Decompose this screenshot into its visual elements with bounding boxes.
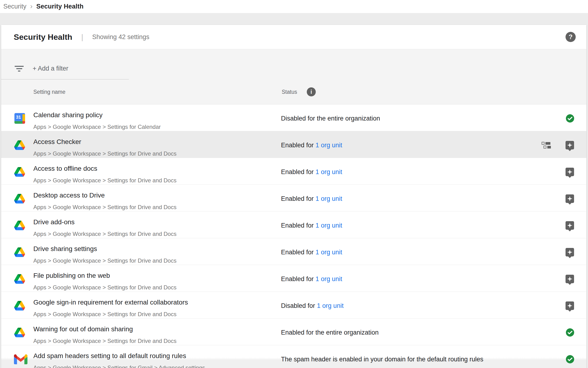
- table-header: Setting name Status i: [1, 80, 586, 104]
- info-icon[interactable]: i: [307, 87, 316, 96]
- table-row[interactable]: 31 Access Checker Apps > Google Workspac…: [1, 131, 586, 158]
- setting-path: Apps > Google Workspace > Settings for G…: [33, 364, 586, 368]
- status-text: Disabled for the entire organization: [281, 115, 380, 122]
- sparkle-icon: [567, 196, 572, 201]
- google-drive-icon: [14, 248, 25, 257]
- google-drive-icon: [14, 167, 25, 177]
- recommendation-badge-icon[interactable]: [566, 168, 574, 176]
- setting-path: Apps > Google Workspace > Settings for D…: [33, 311, 586, 318]
- setting-path: Apps > Google Workspace > Settings for D…: [33, 257, 586, 264]
- add-filter-button[interactable]: + Add a filter: [33, 65, 68, 72]
- setting-path: Apps > Google Workspace > Settings for D…: [33, 150, 586, 157]
- status-text: The spam header is enabled in your domai…: [281, 356, 483, 363]
- table-row[interactable]: 31 Access to offline docs Apps > Google …: [1, 158, 586, 185]
- breadcrumb: Security › Security Health: [0, 0, 588, 13]
- sparkle-icon: [567, 223, 572, 228]
- status-cell: Enabled for1 org unit: [281, 275, 342, 283]
- status-text: Enabled for: [281, 195, 314, 202]
- table-row[interactable]: 31 Drive add-ons Apps > Google Workspace…: [1, 212, 586, 238]
- status-text: Enabled for: [281, 276, 314, 283]
- org-unit-level-icon: [542, 142, 551, 148]
- status-cell: Enabled for1 org unit: [281, 195, 342, 203]
- google-calendar-icon: 31: [14, 113, 25, 124]
- chevron-right-icon: ›: [30, 2, 33, 10]
- status-text: Enabled for: [281, 142, 314, 149]
- recommendation-badge-icon[interactable]: [566, 141, 574, 149]
- status-cell: Enabled for1 org unit: [281, 248, 342, 256]
- recommendation-badge-icon[interactable]: [566, 302, 574, 310]
- status-text: Enabled for the entire organization: [281, 329, 379, 336]
- setting-path: Apps > Google Workspace > Settings for D…: [33, 284, 586, 291]
- page-title: Security Health: [14, 32, 72, 42]
- status-cell: Enabled for1 org unit: [281, 168, 342, 176]
- status-text: Disabled for: [281, 302, 315, 309]
- column-status: Status: [282, 89, 297, 95]
- column-setting-name: Setting name: [33, 89, 66, 95]
- recommendation-badge-icon[interactable]: [566, 221, 574, 230]
- breadcrumb-security-health: Security Health: [36, 3, 84, 10]
- sparkle-icon: [567, 169, 572, 175]
- gmail-icon: [14, 354, 27, 364]
- org-unit-link[interactable]: 1 org unit: [316, 222, 342, 229]
- table-row[interactable]: 31 Add spam headers setting to all defau…: [1, 345, 586, 368]
- filter-list-icon[interactable]: [15, 65, 24, 72]
- org-unit-link[interactable]: 1 org unit: [316, 195, 342, 202]
- setting-path: Apps > Google Workspace > Settings for D…: [33, 230, 586, 238]
- status-cell: Enabled for1 org unit: [281, 141, 342, 149]
- status-cell: Enabled for the entire organization: [281, 329, 379, 337]
- breadcrumb-security[interactable]: Security: [3, 3, 26, 10]
- help-icon[interactable]: ?: [566, 32, 576, 42]
- table-row[interactable]: 31 Google sign-in requirement for extern…: [1, 292, 586, 319]
- security-health-screen: Security › Security Health Security Heal…: [0, 0, 588, 368]
- google-drive-icon: [14, 194, 25, 204]
- title-divider: |: [81, 33, 83, 41]
- sparkle-icon: [567, 250, 572, 255]
- recommendation-badge-icon[interactable]: [566, 275, 574, 283]
- org-unit-link[interactable]: 1 org unit: [316, 168, 342, 175]
- status-ok-check-icon: [566, 328, 575, 337]
- table-row[interactable]: 31 Warning for out of domain sharing App…: [1, 319, 586, 345]
- status-text: Enabled for: [281, 168, 314, 175]
- sparkle-icon: [567, 303, 572, 308]
- org-unit-link[interactable]: 1 org unit: [317, 302, 344, 309]
- google-drive-icon: [14, 140, 25, 150]
- status-ok-check-icon: [566, 355, 575, 364]
- setting-path: Apps > Google Workspace > Settings for D…: [33, 177, 586, 184]
- recommendation-badge-icon[interactable]: [566, 248, 574, 257]
- org-unit-link[interactable]: 1 org unit: [316, 249, 342, 256]
- status-text: Enabled for: [281, 249, 314, 256]
- filter-bar: + Add a filter: [1, 49, 586, 80]
- google-drive-icon: [14, 301, 25, 311]
- table-row[interactable]: 31 Drive sharing settings Apps > Google …: [1, 238, 586, 265]
- setting-path: Apps > Google Workspace > Settings for C…: [33, 123, 586, 130]
- status-cell: Disabled for1 org unit: [281, 302, 344, 310]
- status-cell: Disabled for the entire organization: [281, 114, 380, 122]
- google-drive-icon: [14, 221, 25, 230]
- status-text: Enabled for: [281, 222, 314, 229]
- setting-path: Apps > Google Workspace > Settings for D…: [33, 337, 586, 345]
- rows: 31 Calendar sharing policy Apps > Google…: [1, 104, 586, 368]
- status-cell: The spam header is enabled in your domai…: [281, 355, 483, 363]
- table-row[interactable]: 31 Desktop access to Drive Apps > Google…: [1, 185, 586, 212]
- security-health-card: Security Health | Showing 42 settings ? …: [1, 25, 586, 368]
- org-unit-link[interactable]: 1 org unit: [316, 142, 342, 149]
- status-ok-check-icon: [566, 114, 575, 123]
- card-header: Security Health | Showing 42 settings ?: [1, 25, 586, 49]
- sparkle-icon: [567, 143, 572, 148]
- org-unit-link[interactable]: 1 org unit: [316, 276, 342, 283]
- status-cell: Enabled for1 org unit: [281, 221, 342, 230]
- sparkle-icon: [567, 276, 572, 282]
- recommendation-badge-icon[interactable]: [566, 194, 574, 203]
- google-drive-icon: [14, 274, 25, 284]
- table-row[interactable]: 31 Calendar sharing policy Apps > Google…: [1, 104, 586, 131]
- setting-path: Apps > Google Workspace > Settings for D…: [33, 204, 586, 211]
- table-row[interactable]: 31 File publishing on the web Apps > Goo…: [1, 265, 586, 292]
- settings-count: Showing 42 settings: [92, 33, 149, 41]
- google-drive-icon: [14, 328, 25, 337]
